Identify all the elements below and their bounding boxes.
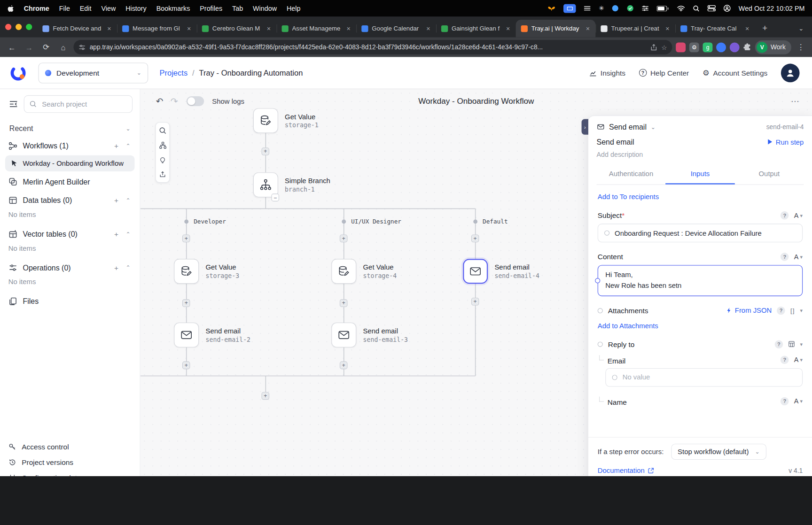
butterfly-icon[interactable] [547, 5, 556, 11]
browser-tab[interactable]: Fetch Device and [37, 20, 117, 37]
menu-file[interactable]: File [59, 4, 70, 12]
connector-port[interactable] [604, 231, 609, 236]
extension-gear-icon[interactable]: ⚙ [689, 42, 699, 52]
export-icon[interactable] [159, 170, 166, 178]
search-box[interactable] [24, 95, 133, 113]
documentation-link[interactable]: Documentation [598, 466, 654, 474]
add-step-button[interactable] [471, 234, 479, 242]
menu-edit[interactable]: Edit [80, 4, 92, 12]
add-step-button[interactable] [340, 234, 348, 242]
extensions-puzzle-icon[interactable] [743, 43, 751, 52]
close-tab-icon[interactable] [424, 24, 433, 33]
access-control-link[interactable]: Access control [8, 439, 132, 455]
tab-authentication[interactable]: Authentication [597, 165, 666, 185]
extension-glean-icon[interactable]: g [703, 42, 713, 52]
undo-icon[interactable]: ↶ [156, 95, 164, 106]
tab-search-icon[interactable] [796, 23, 807, 34]
stack-icon[interactable] [584, 5, 591, 11]
add-step-button[interactable] [471, 298, 479, 306]
browser-tab-active[interactable]: Tray.ai | Workday [516, 20, 596, 37]
breadcrumb-projects-link[interactable]: Projects [159, 69, 187, 77]
browser-tab[interactable]: Trupeer.ai | Creat [595, 20, 675, 37]
chevron-up-icon[interactable] [126, 264, 131, 271]
menu-chrome[interactable]: Chrome [24, 4, 49, 12]
help-icon[interactable] [781, 211, 789, 220]
subject-input[interactable]: Onboarding Request : Device Allocation F… [598, 224, 803, 242]
screen-mirroring-icon[interactable] [563, 4, 576, 13]
sidebar-item-merlin-agent-builder[interactable]: Merlin Agent Builder [0, 172, 140, 191]
check-circle-icon[interactable] [627, 5, 634, 12]
share-icon[interactable] [650, 44, 657, 50]
new-tab-button[interactable] [758, 22, 772, 35]
canvas-map-icon[interactable] [159, 141, 167, 149]
collapse-panel-handle[interactable]: › [582, 119, 588, 135]
fullscreen-window-button[interactable] [26, 24, 32, 30]
spotlight-search-icon[interactable] [693, 5, 700, 11]
configuration-data-link[interactable]: Configuration data [8, 470, 132, 476]
canvas-search-icon[interactable] [159, 127, 167, 135]
menubar-clock[interactable]: Wed Oct 22 10:02 PM [739, 4, 805, 12]
browser-tab[interactable]: Google Calendar [356, 20, 436, 37]
from-json-toggle[interactable]: From JSON [726, 307, 772, 315]
field-type-selector[interactable] [794, 397, 803, 405]
error-behavior-select[interactable]: Stop workflow (default) [671, 444, 766, 460]
browser-tab[interactable]: Tray- Create Cal [675, 20, 755, 37]
close-tab-icon[interactable] [185, 24, 193, 33]
workflow-menu-icon[interactable] [791, 95, 801, 106]
close-tab-icon[interactable] [105, 24, 114, 33]
minimize-window-button[interactable] [16, 24, 22, 30]
reload-button[interactable]: ⟳ [39, 40, 53, 54]
menu-bookmarks[interactable]: Bookmarks [156, 4, 190, 12]
sidebar-section-operations[interactable]: Operations (0) [0, 258, 140, 277]
help-icon[interactable] [781, 397, 789, 405]
add-to-recipients-link[interactable]: Add to To recipients [598, 193, 803, 201]
close-window-button[interactable] [5, 24, 11, 30]
field-type-selector[interactable] [794, 253, 803, 261]
node-branch-1[interactable]: Simple Branchbranch-1 [253, 172, 330, 197]
user-switch-icon[interactable] [724, 5, 731, 12]
search-input[interactable] [41, 100, 127, 108]
close-tab-icon[interactable] [265, 24, 273, 33]
help-icon[interactable] [781, 253, 789, 261]
chevron-up-icon[interactable] [126, 197, 131, 204]
branch-label-default[interactable]: Default [473, 217, 509, 226]
add-workflow-button[interactable] [114, 142, 118, 150]
menu-view[interactable]: View [101, 4, 116, 12]
tab-output[interactable]: Output [734, 165, 804, 185]
add-step-button[interactable] [182, 362, 190, 370]
branch-label-developer[interactable]: Developer [184, 217, 227, 226]
recent-section-header[interactable]: Recent [0, 119, 140, 137]
browser-menu-icon[interactable]: ⋮ [795, 42, 807, 52]
run-step-button[interactable]: Run step [768, 138, 804, 146]
field-type-selector[interactable] [794, 356, 803, 364]
connector-port[interactable] [612, 375, 617, 380]
menu-profiles[interactable]: Profiles [200, 4, 222, 12]
extension-purple-icon[interactable] [730, 42, 740, 52]
add-vector-table-button[interactable] [114, 230, 118, 239]
node-send-email-4-selected[interactable]: Send emailsend-email-4 [463, 259, 539, 284]
apple-icon[interactable] [7, 4, 14, 12]
field-type-selector[interactable] [794, 211, 803, 219]
help-center-link[interactable]: Help Center [639, 69, 689, 77]
browser-tab[interactable]: Message from Gl [117, 20, 197, 37]
content-textarea[interactable]: Hi Team, New Role has been setn [598, 265, 803, 296]
node-send-email-2[interactable]: Send emailsend-email-2 [174, 323, 250, 347]
tray-logo[interactable] [9, 64, 27, 81]
add-to-attachments-link[interactable]: Add to Attachments [598, 322, 803, 330]
add-step-button[interactable] [262, 392, 270, 400]
sidebar-section-files[interactable]: Files [0, 292, 140, 311]
wifi-icon[interactable] [677, 5, 686, 11]
account-settings-link[interactable]: ⚙ Account Settings [703, 69, 767, 77]
branch-label-uiux-designer[interactable]: UI/UX Designer [342, 217, 403, 226]
menu-window[interactable]: Window [253, 4, 277, 12]
node-storage-3[interactable]: Get Valuestorage-3 [174, 259, 239, 284]
extension-picker-icon[interactable] [676, 42, 686, 52]
add-step-button[interactable] [262, 147, 270, 155]
browser-tab[interactable]: Gainsight Glean f [436, 20, 516, 37]
cloud-app-icon[interactable] [612, 5, 619, 12]
address-bar[interactable]: app.tray.io/workspaces/0a0902a6-a532-49f… [73, 40, 672, 54]
forward-button[interactable]: → [22, 40, 36, 54]
user-avatar[interactable] [781, 63, 800, 82]
home-button[interactable]: ⌂ [56, 40, 70, 54]
chevron-up-icon[interactable] [126, 231, 131, 237]
